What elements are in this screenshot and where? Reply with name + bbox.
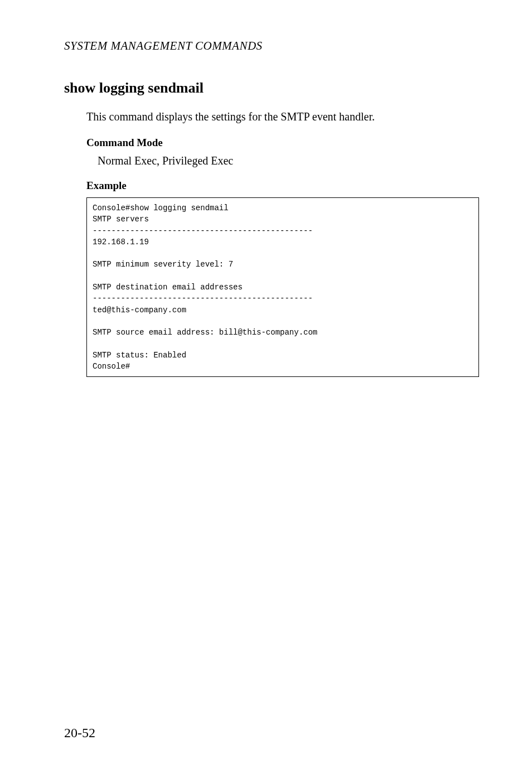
command-mode-value: Normal Exec, Privileged Exec [98,154,479,167]
example-label: Example [86,180,479,192]
example-label-text: Example [86,180,127,191]
code-block: Console#show logging sendmail SMTP serve… [86,197,479,377]
running-title-text: SYSTEM MANAGEMENT COMMANDS [64,39,263,52]
section-title: show logging sendmail [64,80,479,96]
section-description: This command displays the settings for t… [86,109,479,124]
section-title-text: show logging sendmail [64,80,204,96]
command-mode-label: Command Mode [86,137,479,149]
command-mode-text: Normal Exec, Privileged Exec [98,154,233,167]
description-text: This command displays the settings for t… [86,110,375,123]
running-header: SYSTEM MANAGEMENT COMMANDS [64,39,479,53]
command-mode-label-text: Command Mode [86,137,163,148]
page-number: 20-52 [64,725,95,741]
page-number-text: 20-52 [64,725,95,740]
code-content: Console#show logging sendmail SMTP serve… [93,204,317,371]
